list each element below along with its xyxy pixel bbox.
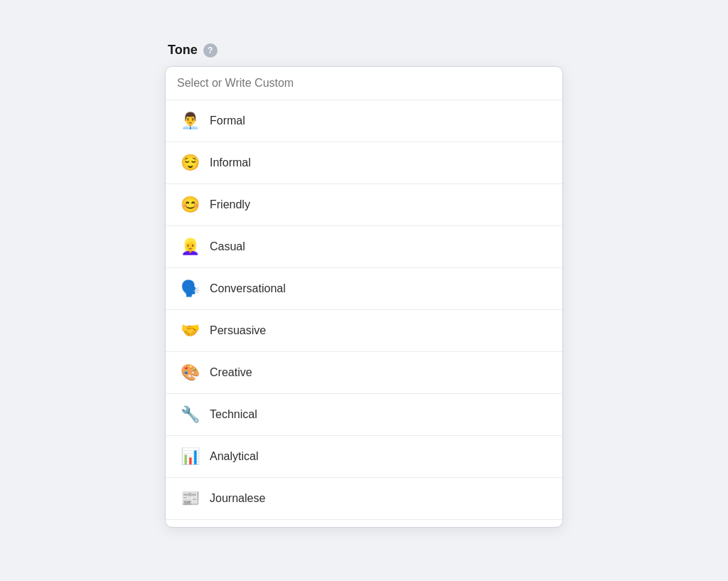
analytical-label: Analytical xyxy=(210,450,258,463)
technical-label: Technical xyxy=(210,408,257,421)
casual-label: Casual xyxy=(210,240,245,253)
tone-option-poetic[interactable]: 🌸Poetic xyxy=(166,520,562,527)
tone-option-creative[interactable]: 🎨Creative xyxy=(166,352,562,394)
conversational-label: Conversational xyxy=(210,282,286,295)
analytical-emoji: 📊 xyxy=(180,447,200,466)
tone-search-input[interactable] xyxy=(177,77,551,90)
help-icon[interactable]: ? xyxy=(203,43,218,58)
tone-option-informal[interactable]: 😌Informal xyxy=(166,142,562,184)
persuasive-label: Persuasive xyxy=(210,324,266,337)
technical-emoji: 🔧 xyxy=(180,405,200,424)
tone-option-conversational[interactable]: 🗣️Conversational xyxy=(166,268,562,310)
tone-selector-container: Tone ? 👨‍💼Formal😌Informal😊Friendly👱‍♀️Ca… xyxy=(165,28,563,542)
journalese-label: Journalese xyxy=(210,492,265,505)
tone-heading: Tone xyxy=(168,43,198,58)
tone-options-list: 👨‍💼Formal😌Informal😊Friendly👱‍♀️Casual🗣️C… xyxy=(166,100,562,527)
tone-option-journalese[interactable]: 📰Journalese xyxy=(166,478,562,520)
creative-label: Creative xyxy=(210,366,252,379)
conversational-emoji: 🗣️ xyxy=(180,279,200,298)
tone-option-formal[interactable]: 👨‍💼Formal xyxy=(166,100,562,142)
journalese-emoji: 📰 xyxy=(180,489,200,508)
tone-option-technical[interactable]: 🔧Technical xyxy=(166,394,562,436)
formal-label: Formal xyxy=(210,114,245,127)
informal-label: Informal xyxy=(210,156,251,169)
tone-label-row: Tone ? xyxy=(165,43,563,58)
tone-option-analytical[interactable]: 📊Analytical xyxy=(166,436,562,478)
casual-emoji: 👱‍♀️ xyxy=(180,238,200,256)
friendly-emoji: 😊 xyxy=(180,196,200,214)
search-container xyxy=(166,67,562,100)
tone-option-persuasive[interactable]: 🤝Persuasive xyxy=(166,310,562,352)
tone-option-casual[interactable]: 👱‍♀️Casual xyxy=(166,226,562,268)
persuasive-emoji: 🤝 xyxy=(180,321,200,340)
formal-emoji: 👨‍💼 xyxy=(180,112,200,130)
tone-option-friendly[interactable]: 😊Friendly xyxy=(166,184,562,226)
friendly-label: Friendly xyxy=(210,198,250,211)
tone-dropdown: 👨‍💼Formal😌Informal😊Friendly👱‍♀️Casual🗣️C… xyxy=(165,66,563,528)
informal-emoji: 😌 xyxy=(180,154,200,172)
creative-emoji: 🎨 xyxy=(180,363,200,382)
